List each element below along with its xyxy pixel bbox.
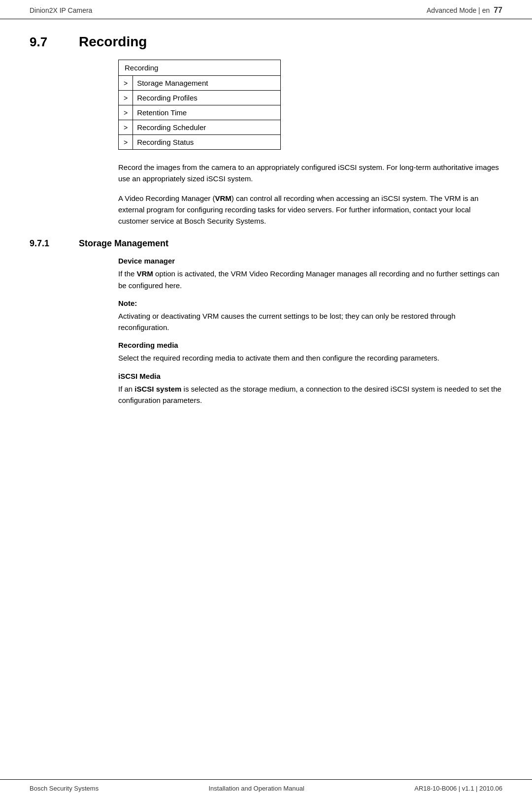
- table-arrow-1: >: [119, 76, 133, 91]
- table-item-recording-status: Recording Status: [133, 135, 281, 150]
- recording-media-heading: Recording media: [118, 341, 502, 349]
- footer-left: Bosch Security Systems: [30, 785, 99, 792]
- device-manager-paragraph: If the VRM option is activated, the VRM …: [118, 268, 502, 291]
- table-header-row: Recording: [119, 60, 281, 76]
- page-footer: Bosch Security Systems Installation and …: [0, 779, 532, 797]
- nav-table: Recording > Storage Management > Recordi…: [118, 60, 281, 150]
- intro-text-2: A Video Recording Manager (VRM) can cont…: [118, 193, 502, 227]
- note-paragraph: Activating or deactivating VRM causes th…: [118, 310, 502, 333]
- table-arrow-3: >: [119, 105, 133, 120]
- table-row: > Recording Profiles: [119, 91, 281, 105]
- table-arrow-2: >: [119, 91, 133, 105]
- note-heading: Note:: [118, 299, 502, 307]
- section-title: Recording: [79, 34, 147, 50]
- device-manager-heading: Device manager: [118, 257, 502, 265]
- table-row: > Storage Management: [119, 76, 281, 91]
- table-item-recording-profiles: Recording Profiles: [133, 91, 281, 105]
- vrm-bold: VRM: [215, 194, 232, 202]
- header-left: Dinion2X IP Camera: [30, 6, 92, 14]
- table-arrow-5: >: [119, 135, 133, 150]
- iscsi-media-paragraph: If an iSCSI system is selected as the st…: [118, 383, 502, 406]
- recording-media-paragraph: Select the required recording media to a…: [118, 352, 502, 364]
- subsection-title: Storage Management: [79, 238, 168, 249]
- header-right: Advanced Mode | en 77: [427, 6, 502, 15]
- iscsi-media-heading: iSCSI Media: [118, 372, 502, 380]
- table-item-storage-management: Storage Management: [133, 76, 281, 91]
- intro-paragraph-1: Record the images from the camera to an …: [118, 162, 502, 185]
- section-number: 9.7: [30, 34, 64, 50]
- subsection-number: 9.7.1: [30, 238, 69, 249]
- header-mode-text: Advanced Mode | en: [427, 6, 490, 14]
- footer-right: AR18-10-B006 | v1.1 | 2010.06: [414, 785, 502, 792]
- intro-text-1: Record the images from the camera to an …: [118, 162, 502, 185]
- table-header: Recording: [119, 60, 281, 76]
- table-item-retention-time: Retention Time: [133, 105, 281, 120]
- intro-paragraph-2: A Video Recording Manager (VRM) can cont…: [118, 193, 502, 227]
- device-manager-text: If the VRM option is activated, the VRM …: [118, 268, 502, 291]
- table-arrow-4: >: [119, 120, 133, 135]
- note-text: Activating or deactivating VRM causes th…: [118, 310, 502, 333]
- page-header: Dinion2X IP Camera Advanced Mode | en 77: [0, 0, 532, 19]
- recording-media-text: Select the required recording media to a…: [118, 352, 502, 364]
- page-container: Dinion2X IP Camera Advanced Mode | en 77…: [0, 0, 532, 797]
- device-manager-vrm-bold: VRM: [137, 269, 153, 278]
- subsection-heading-9-7-1: 9.7.1 Storage Management: [30, 238, 502, 249]
- table-row: > Recording Status: [119, 135, 281, 150]
- header-page-number: 77: [494, 6, 502, 15]
- section-heading-9-7: 9.7 Recording: [30, 34, 502, 50]
- page-content: 9.7 Recording Recording > Storage Manage…: [0, 19, 532, 779]
- iscsi-media-text: If an iSCSI system is selected as the st…: [118, 383, 502, 406]
- iscsi-bold: iSCSI system: [134, 385, 181, 393]
- table-row: > Recording Scheduler: [119, 120, 281, 135]
- table-row: > Retention Time: [119, 105, 281, 120]
- footer-center: Installation and Operation Manual: [208, 785, 304, 792]
- table-item-recording-scheduler: Recording Scheduler: [133, 120, 281, 135]
